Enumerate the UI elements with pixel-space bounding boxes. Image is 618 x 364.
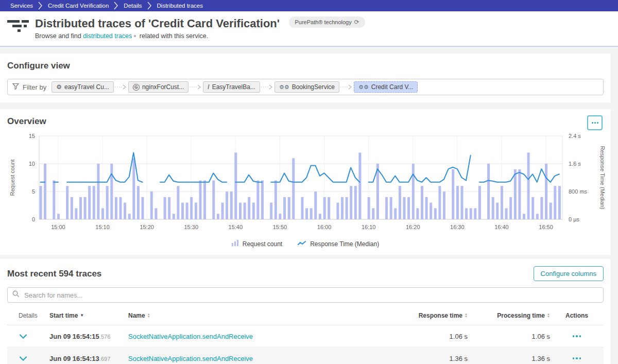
service-gears-icon: ⚙⚙: [279, 84, 289, 90]
column-header-processing-time[interactable]: Processing time▲▼: [468, 312, 550, 319]
svg-text:16:40: 16:40: [494, 224, 509, 230]
search-bar: [7, 287, 604, 303]
column-header-name[interactable]: Name▲▼: [122, 312, 390, 319]
breadcrumb-service[interactable]: Credit Card Verification: [43, 3, 114, 9]
configure-view-card: Configure view Filter by ⚙ easyTravel Cu…: [0, 54, 611, 102]
flow-arrow-icon: [260, 84, 274, 90]
table-row: Jun 09 16:54:15.576 SocketNativeApplicat…: [7, 325, 604, 348]
overview-card: Overview 15:0015:1015:2015:3015:4015:501…: [0, 109, 611, 255]
breadcrumb: Services Credit Card Verification Detail…: [0, 0, 618, 11]
svg-text:16:30: 16:30: [450, 224, 465, 230]
trace-link[interactable]: SocketNativeApplication.sendAndReceive: [128, 355, 253, 362]
sort-icon: ▲▼: [147, 313, 150, 318]
processing-time-value: 1.36 s: [468, 355, 550, 362]
svg-text:15: 15: [29, 133, 35, 139]
trace-link[interactable]: SocketNativeApplication.sendAndReceive: [128, 333, 253, 340]
legend-request-count[interactable]: Request count: [232, 240, 282, 248]
breadcrumb-services[interactable]: Services: [5, 3, 38, 9]
response-time-value: 1.06 s: [390, 333, 468, 340]
traces-table: Details Start time▼ Name▲▼ Response time…: [7, 306, 604, 364]
filter-chip-easytravel-backend[interactable]: / EasyTravelBa...: [203, 81, 260, 93]
svg-text:0 µs: 0 µs: [569, 216, 580, 222]
external-link-icon: [134, 35, 136, 37]
table-header-row: Details Start time▼ Name▲▼ Response time…: [7, 306, 604, 325]
expand-row-button[interactable]: [7, 333, 41, 340]
svg-text:16:10: 16:10: [362, 224, 376, 230]
svg-text:15:00: 15:00: [51, 224, 65, 230]
traces-card: Most recent 594 traces Configure columns…: [0, 259, 611, 364]
breadcrumb-distributed-traces[interactable]: Distributed traces: [152, 3, 208, 9]
processing-time-value: 1.06 s: [468, 333, 550, 340]
overview-more-options-button[interactable]: [587, 115, 603, 130]
legend-response-time[interactable]: Response Time (Median): [298, 240, 379, 248]
sync-arrows-icon: ⟳: [354, 19, 359, 26]
filter-chip-nginx[interactable]: G nginxForCust...: [128, 81, 188, 93]
page-subtitle: Browse and find distributed traces relat…: [35, 32, 365, 40]
start-time-value: Jun 09 16:54:13.697: [41, 355, 122, 362]
svg-text:800 ms: 800 ms: [569, 188, 588, 195]
flow-arrow-icon: [188, 84, 203, 90]
svg-text:15:10: 15:10: [95, 224, 110, 230]
svg-text:15:50: 15:50: [273, 224, 287, 230]
svg-text:10: 10: [29, 161, 35, 167]
row-actions-button[interactable]: [550, 335, 604, 337]
svg-text:Response Time (Median): Response Time (Median): [599, 146, 606, 210]
filter-by-label: Filter by: [23, 83, 46, 91]
breadcrumb-details[interactable]: Details: [118, 3, 147, 9]
chart-legend: Request count Response Time (Median): [7, 240, 604, 248]
distributed-traces-link[interactable]: distributed traces: [83, 32, 132, 40]
overview-title: Overview: [7, 116, 604, 127]
row-actions-button[interactable]: [550, 357, 604, 359]
chevron-right-icon: [147, 1, 152, 11]
slash-icon: /: [208, 83, 209, 91]
svg-text:16:00: 16:00: [317, 224, 332, 230]
flow-arrow-icon: [114, 84, 128, 90]
flow-arrow-icon: [339, 84, 354, 90]
svg-text:15:30: 15:30: [184, 224, 198, 230]
overview-chart-area: 15:0015:1015:2015:3015:4015:5016:0016:10…: [7, 132, 604, 238]
svg-text:16:20: 16:20: [406, 224, 420, 230]
start-time-value: Jun 09 16:54:15.576: [41, 333, 122, 340]
response-time-value: 1.36 s: [390, 355, 468, 362]
svg-text:0: 0: [32, 216, 35, 222]
column-header-details: Details: [7, 312, 41, 319]
chevron-right-icon: [38, 1, 43, 11]
configure-columns-button[interactable]: Configure columns: [534, 266, 604, 281]
svg-text:15:40: 15:40: [229, 224, 243, 230]
filter-chip-easytravel-customer[interactable]: ⚙ easyTravel Cu...: [52, 81, 114, 93]
filter-funnel-icon: [12, 82, 19, 92]
column-header-actions: Actions: [550, 312, 604, 319]
svg-text:1.6 s: 1.6 s: [569, 161, 581, 167]
filter-chip-bookingservice[interactable]: ⚙⚙ BookingService: [274, 81, 339, 93]
search-icon: [12, 290, 20, 300]
svg-text:15:20: 15:20: [140, 224, 154, 230]
svg-text:Request count: Request count: [9, 160, 15, 196]
table-row: Jun 09 16:54:13.697 SocketNativeApplicat…: [7, 348, 604, 364]
filter-bar[interactable]: Filter by ⚙ easyTravel Cu... G nginxForC…: [7, 79, 604, 95]
distributed-traces-icon: [7, 20, 29, 36]
column-header-start-time[interactable]: Start time▼: [41, 312, 122, 319]
search-input[interactable]: [24, 291, 598, 299]
page-title: Distributed traces of 'Credit Card Verif…: [35, 17, 280, 30]
service-gears-icon: ⚙⚙: [358, 84, 369, 90]
svg-text:16:50: 16:50: [539, 224, 553, 230]
svg-text:2.4 s: 2.4 s: [569, 133, 581, 139]
chevron-right-icon: [114, 1, 118, 11]
gear-icon: ⚙: [56, 84, 62, 90]
line-series-icon: [298, 240, 306, 248]
traces-title: Most recent 594 traces: [7, 269, 101, 279]
overview-chart: 15:0015:1015:2015:3015:4015:5016:0016:10…: [7, 132, 609, 236]
page-header: Distributed traces of 'Credit Card Verif…: [0, 11, 618, 47]
trace-name-link: SocketNativeApplication.sendAndReceive: [122, 355, 390, 362]
nginx-icon: G: [133, 84, 140, 91]
configure-view-title: Configure view: [7, 61, 604, 71]
expand-row-button[interactable]: [7, 355, 41, 362]
column-header-response-time[interactable]: Response time▲▼: [390, 312, 468, 319]
sort-desc-icon: ▼: [80, 313, 84, 318]
svg-text:5: 5: [32, 188, 35, 195]
trace-name-link: SocketNativeApplication.sendAndReceive: [122, 333, 390, 340]
bar-series-icon: [232, 240, 239, 248]
purepath-badge: PurePath® technology ⟳: [289, 16, 365, 28]
filter-chip-credit-card-verification[interactable]: ⚙⚙ Credit Card V...: [354, 81, 418, 93]
